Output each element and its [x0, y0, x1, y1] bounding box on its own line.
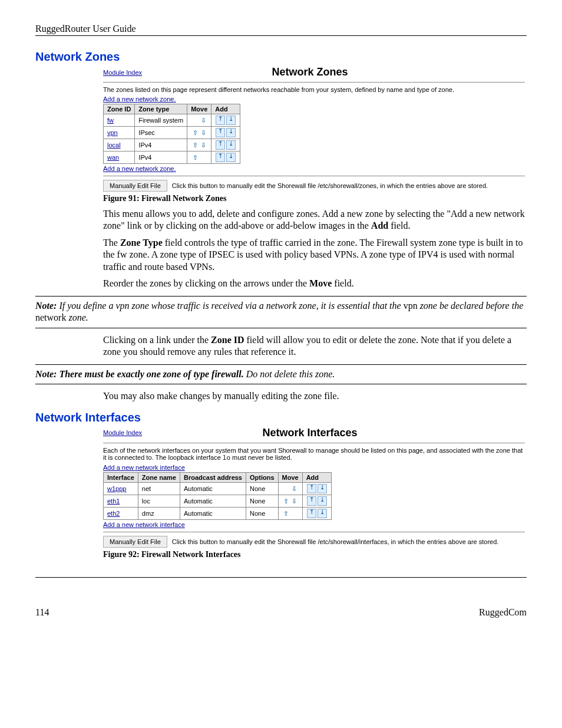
manually-edit-desc: Click this button to manually edit the S… — [172, 182, 488, 189]
body-paragraph: The Zone Type field controls the type of… — [103, 237, 527, 273]
col-broadcast: Broadcast address — [180, 472, 246, 482]
add-interface-link-bottom[interactable]: Add a new network interface — [103, 521, 185, 528]
table-row: w1ppp net Automatic None ⇩ ⤒⤓ — [104, 482, 332, 495]
move-up-icon[interactable]: ⇧ — [191, 129, 199, 137]
table-row: wan IPv4 ⇧ ⤒⤓ — [104, 151, 240, 164]
move-up-icon[interactable]: ⇧ — [282, 497, 290, 505]
table-header-row: Zone ID Zone type Move Add — [104, 104, 240, 114]
screenshot-title-interfaces: Network Interfaces — [142, 427, 478, 439]
move-down-icon[interactable]: ⇩ — [199, 129, 207, 137]
zone-type-cell: IPsec — [135, 127, 187, 139]
table-row: vpn IPsec ⇧⇩ ⤒⤓ — [104, 127, 240, 139]
options-cell: None — [246, 495, 278, 507]
zone-type-cell: Firewall system — [135, 114, 187, 127]
header-left: RuggedRouter User Guide — [35, 24, 136, 34]
add-above-icon[interactable]: ⤒ — [216, 116, 225, 125]
screenshot-rule — [103, 532, 525, 532]
body-paragraph: Reorder the zones by clicking on the arr… — [103, 278, 527, 289]
add-above-icon[interactable]: ⤒ — [216, 140, 225, 150]
zone-type-cell: IPv4 — [135, 151, 187, 164]
col-add: Add — [302, 472, 331, 482]
note-block: Note: If you define a vpn zone whose tra… — [35, 296, 527, 328]
col-zone-type: Zone type — [135, 104, 187, 114]
col-move: Move — [187, 104, 211, 114]
body-paragraph: Clicking on a link under the Zone ID fie… — [103, 334, 527, 358]
note-block: Note: There must be exactly one zone of … — [35, 364, 527, 384]
add-below-icon[interactable]: ⤓ — [318, 484, 327, 493]
col-add: Add — [211, 104, 240, 114]
add-interface-link-top[interactable]: Add a new network interface — [103, 464, 185, 471]
add-zone-link-bottom[interactable]: Add a new network zone. — [103, 165, 176, 172]
zone-link-vpn[interactable]: vpn — [107, 129, 118, 136]
figure-caption-91: Figure 91: Firewall Network Zones — [103, 194, 527, 203]
figure-caption-92: Figure 92: Firewall Network Interfaces — [103, 550, 527, 559]
add-above-icon[interactable]: ⤒ — [307, 509, 316, 518]
add-above-icon[interactable]: ⤒ — [307, 496, 316, 506]
page-footer: 114 RuggedCom — [35, 607, 527, 618]
table-row: fw Firewall system ⇩ ⤒⤓ — [104, 114, 240, 127]
add-below-icon[interactable]: ⤓ — [226, 140, 236, 150]
zone-link-local[interactable]: local — [107, 141, 121, 149]
broadcast-cell: Automatic — [180, 482, 246, 495]
add-below-icon[interactable]: ⤓ — [318, 496, 327, 506]
add-below-icon[interactable]: ⤓ — [226, 116, 236, 125]
screenshot-rule — [103, 82, 525, 83]
col-zone-id: Zone ID — [104, 104, 135, 114]
zone-link-wan[interactable]: wan — [107, 154, 119, 161]
zone-link-fw[interactable]: fw — [107, 117, 114, 124]
move-down-icon[interactable]: ⇩ — [199, 141, 207, 149]
interface-link-eth1[interactable]: eth1 — [107, 498, 120, 505]
broadcast-cell: Automatic — [180, 495, 246, 507]
move-up-icon[interactable]: ⇧ — [191, 141, 199, 149]
add-below-icon[interactable]: ⤓ — [318, 509, 327, 518]
screenshot-zones: Module Index Network Zones The zones lis… — [103, 66, 525, 192]
footer-right: RuggedCom — [479, 607, 527, 618]
table-row: eth1 loc Automatic None ⇧⇩ ⤒⤓ — [104, 495, 332, 507]
add-zone-link-top[interactable]: Add a new network zone. — [103, 95, 176, 103]
move-down-icon[interactable]: ⇩ — [290, 485, 299, 493]
interfaces-table: Interface Zone name Broadcast address Op… — [103, 472, 332, 520]
manually-edit-desc: Click this button to manually edit the S… — [172, 538, 499, 545]
page-header: RuggedRouter User Guide — [35, 24, 527, 35]
add-below-icon[interactable]: ⤓ — [226, 153, 236, 162]
body-paragraph: You may also make changes by manually ed… — [103, 390, 527, 402]
zone-name-cell: loc — [138, 495, 180, 507]
add-above-icon[interactable]: ⤒ — [216, 153, 225, 162]
zone-name-cell: dmz — [138, 507, 180, 519]
interface-link-w1ppp[interactable]: w1ppp — [107, 485, 126, 492]
manually-edit-file-button[interactable]: Manually Edit File — [103, 180, 167, 192]
options-cell: None — [246, 482, 278, 495]
screenshot-interfaces: Module Index Network Interfaces Each of … — [103, 427, 525, 548]
screenshot-intro-zones: The zones listed on this page represent … — [103, 86, 525, 93]
add-below-icon[interactable]: ⤓ — [226, 128, 236, 137]
add-above-icon[interactable]: ⤒ — [307, 484, 316, 493]
move-up-icon[interactable]: ⇧ — [191, 153, 199, 162]
move-up-icon[interactable]: ⇧ — [282, 509, 290, 518]
interface-link-eth2[interactable]: eth2 — [107, 510, 120, 517]
move-down-icon[interactable]: ⇩ — [290, 497, 299, 505]
module-index-link[interactable]: Module Index — [103, 69, 142, 76]
table-header-row: Interface Zone name Broadcast address Op… — [104, 472, 332, 482]
manually-edit-file-button[interactable]: Manually Edit File — [103, 536, 167, 548]
zone-type-cell: IPv4 — [135, 139, 187, 151]
move-down-icon[interactable]: ⇩ — [199, 116, 207, 124]
screenshot-title-zones: Network Zones — [142, 66, 478, 78]
broadcast-cell: Automatic — [180, 507, 246, 519]
zones-table: Zone ID Zone type Move Add fw Firewall s… — [103, 104, 240, 164]
zone-name-cell: net — [138, 482, 180, 495]
col-interface: Interface — [104, 472, 138, 482]
table-row: local IPv4 ⇧⇩ ⤒⤓ — [104, 139, 240, 151]
section-heading-network-interfaces: Network Interfaces — [35, 411, 527, 424]
col-zone-name: Zone name — [138, 472, 180, 482]
options-cell: None — [246, 507, 278, 519]
screenshot-intro-interfaces: Each of the network interfaces on your s… — [103, 447, 525, 462]
screenshot-rule — [103, 176, 525, 176]
page-number: 114 — [35, 607, 49, 618]
body-paragraph: This menu allows you to add, delete and … — [103, 208, 527, 232]
add-above-icon[interactable]: ⤒ — [216, 128, 225, 137]
table-row: eth2 dmz Automatic None ⇧ ⤒⤓ — [104, 507, 332, 519]
col-options: Options — [246, 472, 278, 482]
screenshot-rule — [103, 443, 525, 443]
footer-rule — [35, 577, 527, 578]
module-index-link[interactable]: Module Index — [103, 429, 142, 436]
